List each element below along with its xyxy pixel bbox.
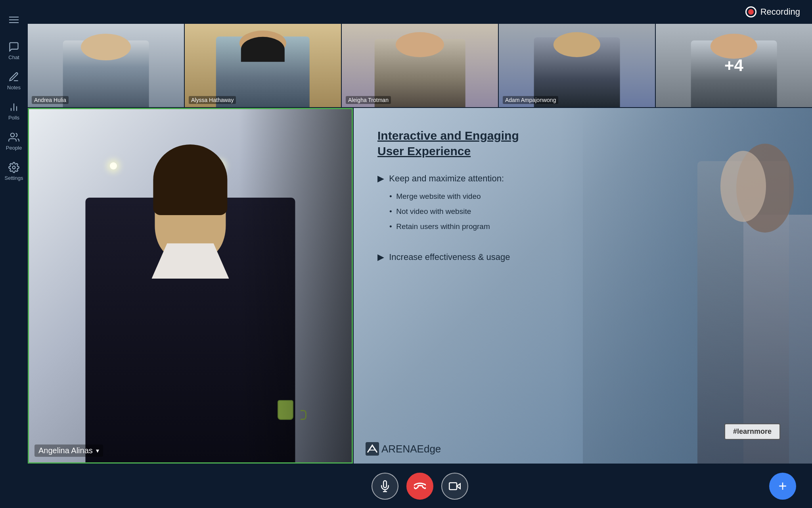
main-speaker-name: Angelina Alinas ▾ (34, 444, 103, 457)
slide-point-1: ▶ Keep and maximize attention: (377, 171, 788, 187)
slide-subpoint-1: • Merge website with video (377, 190, 788, 203)
slide-subpoint-2: • Not video with website (377, 205, 788, 218)
main-content: Recording Andrea Hulia Alyssa Hathaway (28, 0, 812, 508)
sidebar-polls-label: Polls (8, 115, 19, 121)
end-call-button[interactable] (406, 473, 433, 500)
thumbnail-name-1: Andrea Hulia (32, 96, 69, 104)
slide-logo: ARENAEdge (366, 442, 441, 456)
microphone-icon (379, 480, 391, 492)
hamburger-menu[interactable] (0, 8, 28, 32)
arena-edge-logo-icon (366, 442, 379, 456)
sidebar-people-label: People (6, 145, 22, 151)
svg-rect-5 (366, 442, 379, 456)
logo-arena: ARENA (381, 443, 417, 455)
recording-dot-icon (745, 6, 756, 17)
slide-text: Interactive and EngagingUser Experience … (354, 108, 812, 464)
hamburger-icon (9, 17, 19, 23)
chat-icon (8, 41, 19, 52)
slide-title: Interactive and EngagingUser Experience (377, 128, 788, 159)
slide-content: Interactive and EngagingUser Experience … (354, 108, 812, 464)
recording-indicator: Recording (745, 6, 800, 17)
sidebar-chat-label: Chat (8, 54, 19, 60)
svg-marker-9 (457, 484, 460, 489)
microphone-button[interactable] (372, 473, 398, 500)
more-count-label: +4 (724, 56, 743, 75)
thumbnail-name-2: Alyssa Hathaway (189, 96, 236, 104)
controls-bar: + (28, 464, 812, 508)
slide-hashtag: #learnmore (724, 423, 780, 440)
sidebar-item-chat[interactable]: Chat (0, 36, 28, 66)
svg-rect-10 (449, 483, 457, 490)
thumbnail-2[interactable]: Alyssa Hathaway (185, 24, 341, 107)
polls-icon (8, 102, 19, 113)
header-bar: Recording (28, 0, 812, 24)
main-speaker-name-text: Angelina Alinas (38, 446, 93, 455)
sidebar-item-notes[interactable]: Notes (0, 66, 28, 96)
arena-edge-logo-text: ARENAEdge (381, 443, 441, 455)
svg-point-4 (13, 166, 15, 169)
main-speaker-video[interactable]: Angelina Alinas ▾ (28, 108, 353, 464)
sidebar: Chat Notes Polls People (0, 0, 28, 508)
sidebar-item-settings[interactable]: Settings (0, 156, 28, 187)
slide-subpoint-3: • Retain users within program (377, 220, 788, 233)
logo-edge: Edge (417, 443, 441, 455)
camera-button[interactable] (441, 473, 468, 500)
participants-thumbnails: Andrea Hulia Alyssa Hathaway Aleigha Tro… (28, 24, 812, 107)
sidebar-item-people[interactable]: People (0, 126, 28, 156)
svg-point-3 (11, 133, 14, 137)
slide-body: ▶ Keep and maximize attention: • Merge w… (377, 171, 788, 265)
add-button[interactable]: + (769, 473, 796, 500)
thumbnail-name-3: Aleigha Trotman (346, 96, 391, 104)
add-icon: + (778, 479, 787, 493)
thumbnail-name-4: Adam Ampajonwong (503, 96, 558, 104)
recording-label: Recording (760, 7, 800, 17)
chevron-down-icon: ▾ (96, 447, 99, 454)
thumbnail-1[interactable]: Andrea Hulia (28, 24, 184, 107)
video-area: Angelina Alinas ▾ (28, 107, 812, 464)
notes-icon (8, 71, 19, 83)
sidebar-notes-label: Notes (7, 85, 21, 90)
camera-icon (449, 480, 461, 492)
settings-icon (8, 162, 19, 173)
sidebar-item-polls[interactable]: Polls (0, 96, 28, 126)
thumbnail-5-more[interactable]: +4 (656, 24, 812, 107)
recording-dot-inner (748, 9, 754, 15)
people-icon (8, 132, 19, 143)
thumbnail-3[interactable]: Aleigha Trotman (342, 24, 498, 107)
sidebar-settings-label: Settings (5, 175, 23, 181)
thumbnail-4[interactable]: Adam Ampajonwong (499, 24, 655, 107)
presentation-slide: Interactive and EngagingUser Experience … (354, 108, 812, 464)
slide-point-2: ▶ Increase effectiveness & usage (377, 249, 788, 265)
end-call-icon (414, 480, 426, 492)
media-controls (372, 473, 468, 500)
